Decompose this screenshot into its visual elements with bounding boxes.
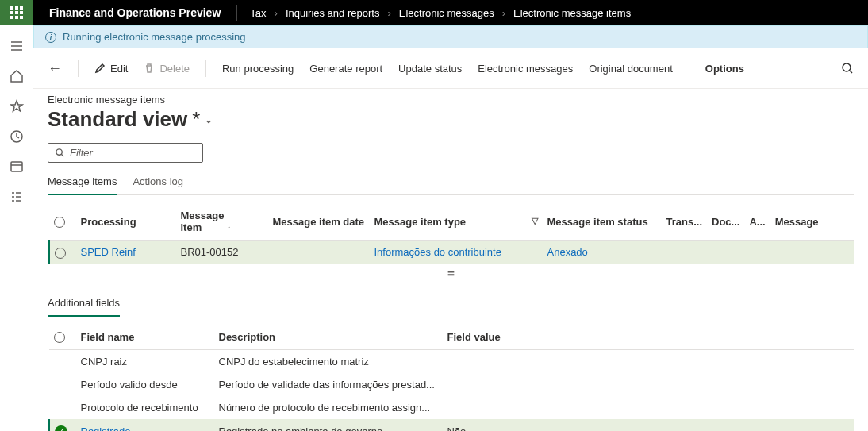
options-button[interactable]: Options [705, 63, 744, 75]
message-item-type-link[interactable]: Informações do contribuinte [374, 246, 501, 258]
menu-icon[interactable] [9, 38, 25, 54]
tab-actions-log[interactable]: Actions log [133, 172, 183, 194]
table-row[interactable]: Período valido desde Período de validade… [49, 373, 855, 396]
message-items-grid: Processing Message item↑ Message item da… [48, 203, 854, 264]
pencil-icon [94, 63, 106, 74]
col-field-value[interactable]: Field value [443, 325, 855, 350]
notification-bar: i Running electronic message processing [33, 25, 868, 48]
tab-message-items[interactable]: Message items [48, 172, 117, 195]
svg-point-3 [56, 149, 62, 155]
col-message-item-status[interactable]: Message item status [543, 203, 662, 241]
col-message-item[interactable]: Message item↑ [176, 203, 268, 241]
table-row[interactable]: CNPJ raiz CNPJ do estabelecimento matriz [49, 350, 855, 374]
back-button[interactable]: ← [48, 60, 62, 77]
edit-button[interactable]: Edit [94, 63, 128, 75]
breadcrumb-item[interactable]: Inquiries and reports [286, 7, 380, 19]
select-all-checkbox[interactable] [54, 217, 65, 228]
sort-asc-icon: ↑ [227, 224, 231, 233]
message-item-value: BR01-00152 [181, 246, 239, 258]
waffle-icon [10, 6, 23, 19]
processing-link[interactable]: SPED Reinf [81, 246, 136, 258]
modified-indicator: * [192, 107, 200, 132]
col-trans[interactable]: Trans... [662, 203, 708, 241]
search-icon [55, 148, 65, 158]
chevron-right-icon: › [387, 7, 390, 19]
electronic-messages-button[interactable]: Electronic messages [478, 63, 573, 75]
resize-handle[interactable]: 〓 [48, 264, 854, 283]
col-message-item-type[interactable]: Message item type▽ [370, 203, 543, 241]
additional-fields-grid: Field name Description Field value CNPJ … [48, 325, 854, 431]
table-row[interactable]: Protocolo de recebimento Número de proto… [49, 396, 855, 419]
row-checkbox[interactable] [55, 248, 66, 259]
col-doc[interactable]: Doc... [707, 203, 744, 241]
filter-icon[interactable]: ▽ [532, 216, 538, 226]
section-additional-fields[interactable]: Additional fields [48, 294, 120, 317]
notification-text: Running electronic message processing [63, 31, 246, 43]
page-subtitle: Electronic message items [48, 94, 854, 106]
breadcrumb-item[interactable]: Tax [250, 7, 266, 19]
chevron-right-icon: › [502, 7, 505, 19]
app-title: Finance and Operations Preview [33, 6, 236, 19]
filter-input[interactable]: Filter [48, 143, 203, 163]
svg-rect-1 [11, 162, 22, 171]
select-all-checkbox[interactable] [54, 332, 65, 343]
col-message-item-date[interactable]: Message item date [268, 203, 370, 241]
chevron-right-icon: › [275, 7, 278, 19]
trash-icon [144, 63, 155, 74]
col-field-name[interactable]: Field name [76, 325, 214, 350]
page-title[interactable]: Standard view * ⌄ [48, 107, 854, 132]
col-description[interactable]: Description [214, 325, 443, 350]
col-message[interactable]: Message [770, 203, 854, 241]
chevron-down-icon: ⌄ [205, 114, 213, 125]
app-launcher[interactable] [0, 0, 33, 25]
delete-button[interactable]: Delete [144, 63, 190, 75]
update-status-button[interactable]: Update status [398, 63, 462, 75]
checkmark-icon: ✓ [55, 425, 67, 431]
svg-point-2 [843, 63, 851, 71]
run-processing-button[interactable]: Run processing [222, 63, 294, 75]
field-name-link[interactable]: Registrado [81, 425, 131, 431]
col-a[interactable]: A... [744, 203, 770, 241]
search-button[interactable] [841, 62, 854, 75]
message-item-status-link[interactable]: Anexado [547, 246, 588, 258]
recent-icon[interactable] [9, 129, 25, 144]
home-icon[interactable] [9, 68, 25, 84]
breadcrumb-item[interactable]: Electronic message items [513, 7, 631, 19]
modules-icon[interactable] [9, 189, 25, 205]
star-icon[interactable] [9, 98, 25, 114]
generate-report-button[interactable]: Generate report [309, 63, 382, 75]
search-icon [841, 62, 854, 75]
workspaces-icon[interactable] [9, 159, 25, 175]
breadcrumb-item[interactable]: Electronic messages [399, 7, 494, 19]
table-row[interactable]: SPED Reinf BR01-00152 Informações do con… [49, 241, 855, 264]
table-row[interactable]: ✓ Registrado Registrado no ambiente do g… [49, 419, 855, 431]
breadcrumb: Tax › Inquiries and reports › Electronic… [237, 7, 631, 19]
original-document-button[interactable]: Original document [589, 63, 673, 75]
col-processing[interactable]: Processing [76, 203, 176, 241]
info-icon: i [45, 32, 56, 43]
